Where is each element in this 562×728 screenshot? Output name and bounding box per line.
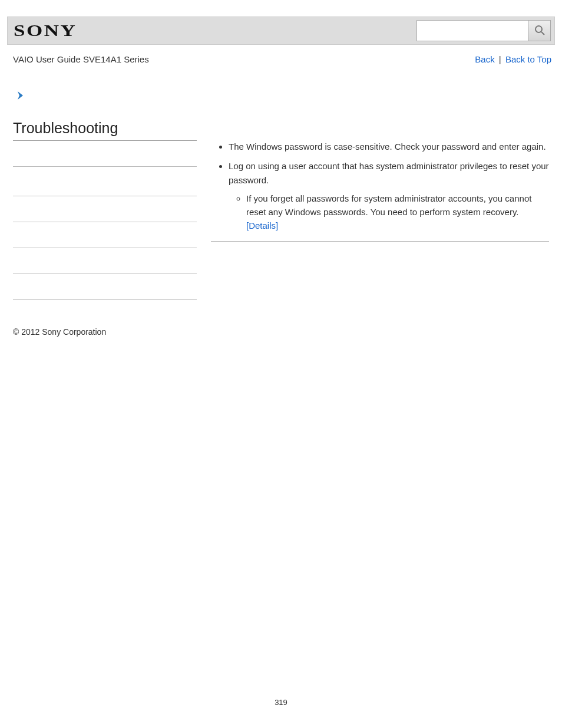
left-nav: Troubleshooting: [13, 120, 197, 300]
details-link[interactable]: [Details]: [246, 220, 278, 230]
sub-header: VAIO User Guide SVE14A1 Series Back | Ba…: [13, 54, 551, 64]
header-bar: SONY: [7, 17, 555, 45]
nav-item[interactable]: [13, 196, 197, 222]
breadcrumb-arrow[interactable]: [16, 90, 562, 103]
content-list: The Windows password is case-sensitive. …: [211, 140, 549, 233]
search-button[interactable]: [528, 20, 551, 41]
top-links: Back | Back to Top: [475, 54, 551, 64]
nav-item[interactable]: [13, 141, 197, 167]
main-content: The Windows password is case-sensitive. …: [197, 120, 549, 242]
nav-item[interactable]: [13, 222, 197, 248]
content-divider: [211, 241, 549, 242]
svg-line-1: [541, 32, 544, 35]
search-form: [416, 20, 551, 41]
nav-item[interactable]: [13, 248, 197, 274]
back-to-top-link[interactable]: Back to Top: [505, 54, 551, 64]
search-icon: [534, 24, 546, 38]
content-row: Troubleshooting The Windows password is …: [13, 120, 549, 300]
content-sublist: If you forget all passwords for system a…: [229, 192, 549, 233]
page-number: 319: [0, 698, 562, 707]
list-item: Log on using a user account that has sys…: [229, 159, 549, 232]
chevron-right-icon: [16, 93, 26, 103]
svg-point-0: [535, 26, 542, 32]
list-item: If you forget all passwords for system a…: [246, 192, 549, 233]
link-separator: |: [499, 54, 501, 64]
nav-item[interactable]: [13, 167, 197, 196]
sony-logo: SONY: [14, 21, 77, 40]
list-item-text: Log on using a user account that has sys…: [229, 161, 549, 185]
list-item: The Windows password is case-sensitive. …: [229, 140, 549, 153]
nav-item[interactable]: [13, 274, 197, 300]
search-input[interactable]: [416, 20, 528, 41]
sublist-text: If you forget all passwords for system a…: [246, 193, 531, 217]
page-title: Troubleshooting: [13, 120, 197, 141]
copyright: © 2012 Sony Corporation: [13, 327, 562, 337]
back-link[interactable]: Back: [475, 54, 494, 64]
guide-title: VAIO User Guide SVE14A1 Series: [13, 54, 149, 64]
